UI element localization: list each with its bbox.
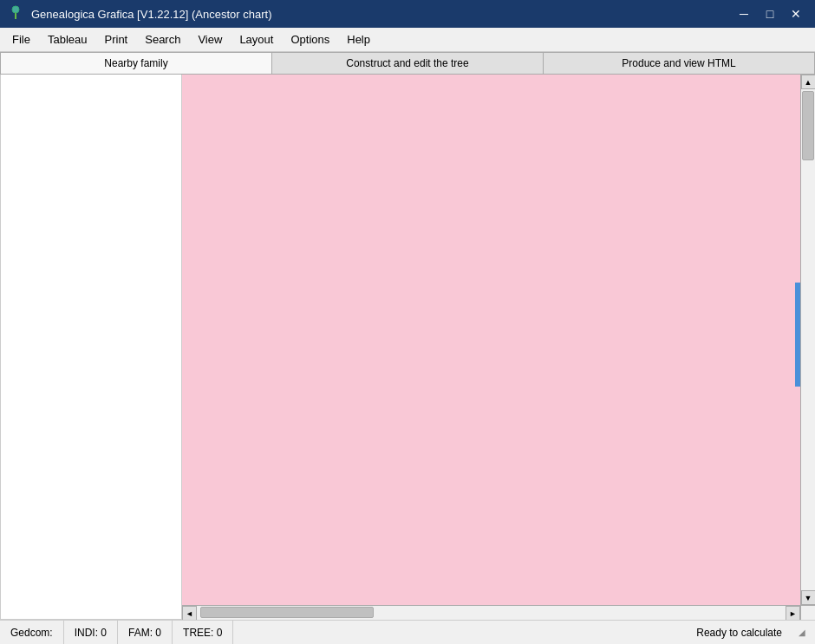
canvas-area	[182, 75, 815, 605]
menu-item-options[interactable]: Options	[282, 29, 338, 49]
menu-item-layout[interactable]: Layout	[231, 29, 282, 49]
indi-value: INDI: 0	[75, 627, 107, 639]
scroll-left-button[interactable]: ◄	[182, 606, 197, 620]
titlebar-left: Genealogica Grafica [V1.22.12] (Ancestor…	[7, 5, 271, 23]
app-icon	[7, 5, 24, 23]
scroll-corner	[800, 606, 815, 620]
gedcom-section: Gedcom:	[7, 621, 64, 644]
tab-html[interactable]: Produce and view HTML	[544, 52, 815, 74]
fam-value: FAM: 0	[128, 627, 161, 639]
fam-section: FAM: 0	[118, 621, 173, 644]
left-panel	[0, 75, 182, 620]
titlebar-controls: ─ □ ✕	[732, 2, 808, 26]
scroll-down-button[interactable]: ▼	[801, 590, 816, 605]
menu-item-print[interactable]: Print	[96, 29, 137, 49]
menu-item-search[interactable]: Search	[136, 29, 189, 49]
minimize-button[interactable]: ─	[732, 2, 756, 26]
scroll-thumb-vertical[interactable]	[802, 91, 814, 160]
indi-section: INDI: 0	[64, 621, 118, 644]
scroll-track-horizontal[interactable]	[197, 606, 786, 620]
tabs: Nearby family Construct and edit the tre…	[0, 52, 815, 75]
scroll-right-button[interactable]: ►	[786, 606, 800, 620]
vertical-scrollbar[interactable]: ▲ ▼	[800, 75, 815, 605]
menu-item-file[interactable]: File	[3, 29, 39, 49]
close-button[interactable]: ✕	[784, 2, 808, 26]
menubar: File Tableau Print Search View Layout Op…	[0, 28, 815, 52]
right-panel: ▲ ▼ ◄ ►	[182, 75, 815, 620]
tab-construct[interactable]: Construct and edit the tree	[272, 52, 544, 74]
scroll-up-button[interactable]: ▲	[801, 75, 816, 89]
menu-item-tableau[interactable]: Tableau	[39, 29, 96, 49]
tab-nearby[interactable]: Nearby family	[0, 52, 272, 74]
resize-grip[interactable]: ◢	[796, 627, 808, 639]
tree-value: TREE: 0	[183, 627, 222, 639]
statusbar: Gedcom: INDI: 0 FAM: 0 TREE: 0 Ready to …	[0, 620, 815, 644]
horizontal-scrollbar[interactable]: ◄ ►	[182, 605, 815, 620]
tree-section: TREE: 0	[173, 621, 233, 644]
status-section: Ready to calculate	[686, 621, 792, 644]
menu-item-help[interactable]: Help	[338, 29, 379, 49]
maximize-button[interactable]: □	[758, 2, 782, 26]
titlebar-title: Genealogica Grafica [V1.22.12] (Ancestor…	[31, 8, 271, 21]
main-area: ▲ ▼ ◄ ►	[0, 75, 815, 620]
gedcom-label: Gedcom:	[10, 627, 53, 639]
titlebar: Genealogica Grafica [V1.22.12] (Ancestor…	[0, 0, 815, 28]
scroll-thumb-horizontal[interactable]	[200, 607, 374, 618]
scroll-track-vertical[interactable]	[801, 89, 815, 590]
menu-item-view[interactable]: View	[189, 29, 231, 49]
status-text: Ready to calculate	[696, 627, 782, 639]
